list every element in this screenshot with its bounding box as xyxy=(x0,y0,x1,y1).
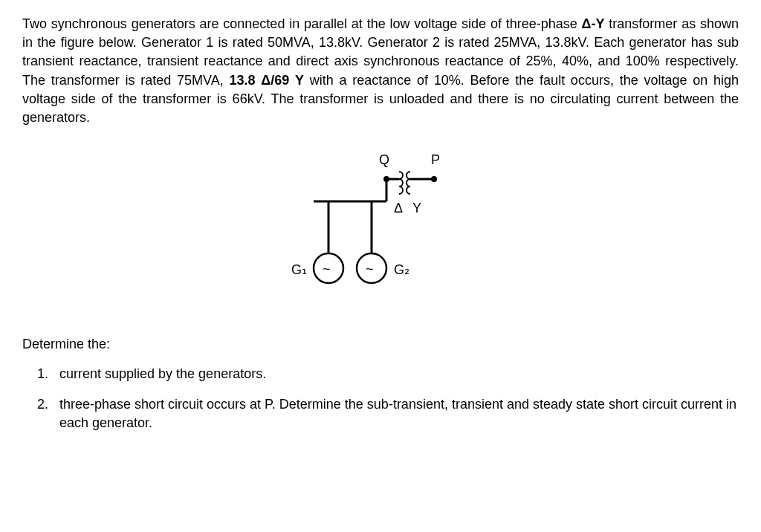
circuit-diagram: Q P Δ Y ~ G₁ ~ G₂ xyxy=(22,149,739,305)
question-2: three-phase short circuit occurs at P. D… xyxy=(52,395,739,432)
svg-point-5 xyxy=(431,176,437,182)
delta-y-notation: Δ-Y xyxy=(582,16,605,31)
label-y: Y xyxy=(412,201,421,215)
determine-heading: Determine the: xyxy=(22,335,739,354)
problem-part1: Two synchronous generators are connected… xyxy=(22,16,582,31)
label-p: P xyxy=(431,152,440,167)
question-1: current supplied by the generators. xyxy=(52,365,739,383)
voltage-rating: 13.8 Δ/69 Y xyxy=(229,73,304,88)
label-g1: G₁ xyxy=(291,262,307,277)
gen1-symbol: ~ xyxy=(323,262,331,276)
label-q: Q xyxy=(379,152,389,167)
label-g2: G₂ xyxy=(394,262,409,277)
question-list: current supplied by the generators. thre… xyxy=(22,365,739,432)
label-delta: Δ xyxy=(394,201,403,215)
problem-statement: Two synchronous generators are connected… xyxy=(22,15,739,127)
gen2-symbol: ~ xyxy=(366,262,374,276)
